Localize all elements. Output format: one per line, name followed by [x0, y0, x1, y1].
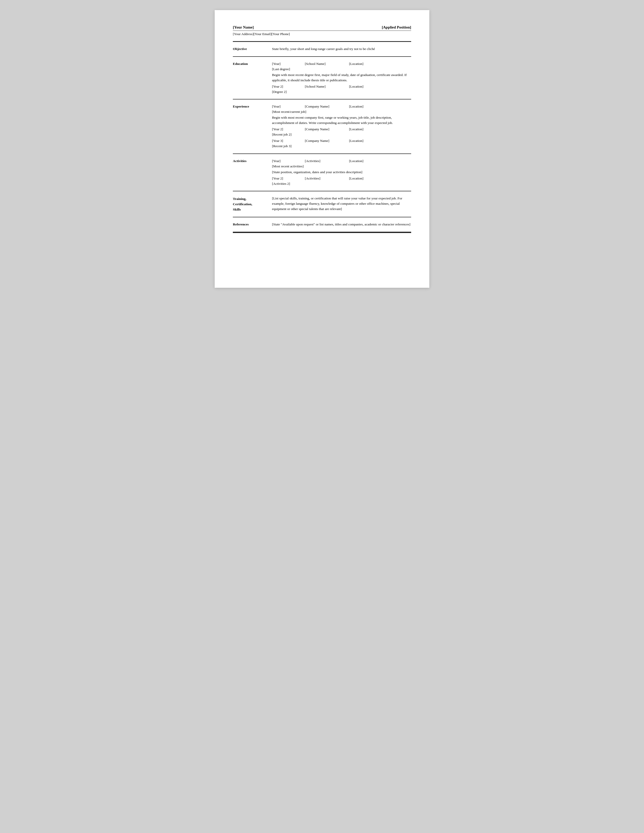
- edu1-location: [Location]: [349, 61, 411, 67]
- edu1-year: [Year]: [272, 61, 305, 67]
- training-label: Training, Certification, Skills: [233, 191, 272, 217]
- edu2-degree: [Degree 2]: [272, 89, 411, 95]
- exp1-desc: Begin with most recent company first, ra…: [272, 115, 411, 126]
- exp1-year: [Year]: [272, 104, 305, 109]
- experience-label: Experience: [233, 99, 272, 153]
- exp1-company: [Company Name]: [305, 104, 349, 109]
- act2-location: [Location]: [349, 176, 411, 181]
- exp3-location: [Location]: [349, 138, 411, 144]
- applicant-name: [Your Name]: [233, 25, 254, 29]
- act2-activity: [Activities]: [305, 176, 349, 181]
- exp1-location: [Location]: [349, 104, 411, 109]
- edu-entry-1: [Year] [School Name] [Location] [Last de…: [272, 61, 411, 83]
- training-row: Training, Certification, Skills [List sp…: [233, 191, 411, 217]
- exp2-job: [Recent job 2]: [272, 132, 411, 137]
- training-label-line2: Certification,: [233, 202, 252, 206]
- exp2-location: [Location]: [349, 127, 411, 132]
- header-section: [Your Name] [Applied Position]: [233, 25, 411, 31]
- references-content: [State "Available upon request" or list …: [272, 217, 411, 232]
- edu1-school: [School Name]: [305, 61, 349, 67]
- exp3-company: [Company Name]: [305, 138, 349, 144]
- training-content: [List special skills, training, or certi…: [272, 191, 411, 217]
- education-content: [Year] [School Name] [Location] [Last de…: [272, 56, 411, 100]
- applied-position: [Applied Position]: [382, 25, 411, 29]
- act1-activity: [Activities]: [305, 159, 349, 164]
- edu1-desc: Begin with most recent degree first, maj…: [272, 72, 411, 83]
- exp2-year: [Year 2]: [272, 127, 305, 132]
- act2-year: [Year 2]: [272, 176, 305, 181]
- exp-entry-1: [Year] [Company Name] [Location] [Most r…: [272, 104, 411, 126]
- experience-row: Experience [Year] [Company Name] [Locati…: [233, 99, 411, 153]
- exp2-company: [Company Name]: [305, 127, 349, 132]
- activities-label: Activities: [233, 154, 272, 191]
- exp1-job: [Most recent/current job]: [272, 109, 411, 114]
- edu-entry-2: [Year 2] [School Name] [Location] [Degre…: [272, 84, 411, 95]
- act1-recent: [Most recent activities]: [272, 164, 411, 169]
- act1-desc: [State position, organization, dates and…: [272, 170, 411, 175]
- edu2-school: [School Name]: [305, 84, 349, 89]
- experience-content: [Year] [Company Name] [Location] [Most r…: [272, 99, 411, 153]
- objective-row: Objective State briefly, your short and …: [233, 42, 411, 56]
- activities-content: [Year] [Activities] [Location] [Most rec…: [272, 154, 411, 191]
- act-entry-1: [Year] [Activities] [Location] [Most rec…: [272, 159, 411, 175]
- exp3-job: [Recent job 3]: [272, 144, 411, 149]
- objective-label: Objective: [233, 42, 272, 56]
- education-label: Education: [233, 56, 272, 100]
- exp-entry-3: [Year 3] [Company Name] [Location] [Rece…: [272, 138, 411, 149]
- objective-content: State briefly, your short and long-range…: [272, 42, 411, 56]
- training-label-line1: Training,: [233, 197, 246, 201]
- resume-page: [Your Name] [Applied Position] [Your Add…: [215, 10, 429, 288]
- footer-divider: [233, 232, 411, 233]
- edu2-year: [Year 2]: [272, 84, 305, 89]
- education-row: Education [Year] [School Name] [Location…: [233, 56, 411, 100]
- edu1-degree: [Last degree]: [272, 67, 411, 72]
- exp3-year: [Year 3]: [272, 138, 305, 144]
- act2-recent: [Activities 2]: [272, 181, 411, 187]
- edu2-location: [Location]: [349, 84, 411, 89]
- training-label-line3: Skills: [233, 207, 241, 211]
- references-label: References: [233, 217, 272, 232]
- act-entry-2: [Year 2] [Activities] [Location] [Activi…: [272, 176, 411, 187]
- exp-entry-2: [Year 2] [Company Name] [Location] [Rece…: [272, 127, 411, 137]
- act1-location: [Location]: [349, 159, 411, 164]
- references-row: References [State "Available upon reques…: [233, 217, 411, 232]
- resume-table: Objective State briefly, your short and …: [233, 42, 411, 232]
- contact-info: [Your Address][Your Email][Your Phone]: [233, 32, 411, 41]
- act1-year: [Year]: [272, 159, 305, 164]
- activities-row: Activities [Year] [Activities] [Location…: [233, 154, 411, 191]
